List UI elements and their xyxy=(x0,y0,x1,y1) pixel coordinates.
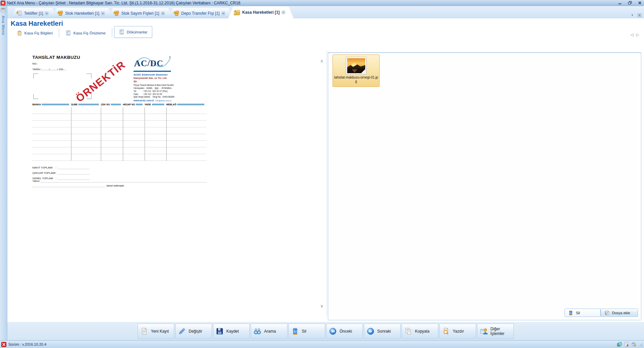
next-icon xyxy=(367,327,375,335)
table-row xyxy=(32,147,206,154)
colon: : xyxy=(56,171,56,175)
file-delete-button[interactable]: Sil xyxy=(565,309,601,317)
tab-close-icon[interactable] xyxy=(45,12,48,15)
subtab-bar: Kasa Fiş Bilgileri Kasa Fiş Önizleme Dök… xyxy=(7,26,152,38)
next-button[interactable]: Sonraki xyxy=(364,324,401,339)
tab-list-dropdown-icon[interactable]: ▼ xyxy=(631,14,634,17)
edit-button[interactable]: Değiştir xyxy=(175,324,212,339)
stock-boxes-warning-icon xyxy=(57,10,63,16)
add-file-button[interactable]: Dosya ekle xyxy=(601,309,638,317)
close-all-tabs-icon[interactable] xyxy=(638,13,641,17)
company-name-2: Danışmanlık San. ve Tic. Ltd. Şti. xyxy=(134,77,171,83)
tab-stok-hareketleri[interactable]: Stok Hareketleri [1] xyxy=(52,8,113,18)
tab-kasa-hareketleri[interactable]: Kasa Hareketleri [1] xyxy=(228,6,294,18)
subtab-scroll-left-icon[interactable]: ◁ xyxy=(631,32,634,37)
table-row xyxy=(32,114,206,121)
subtab-label: Kasa Fiş Bilgileri xyxy=(24,31,53,35)
address-line: Perpa Ticaret Merkezi A Blok Kat:8 No:85… xyxy=(134,84,171,87)
save-button[interactable]: Kaydet xyxy=(213,324,250,339)
subtab-scroll-right-icon[interactable]: ▷ xyxy=(636,32,639,37)
menu-window-icon[interactable] xyxy=(1,7,6,12)
button-label: Dosya ekle xyxy=(612,311,630,315)
subtab-separator xyxy=(59,28,59,37)
restore-button[interactable] xyxy=(628,1,632,5)
header-bar xyxy=(111,104,121,105)
tax-line: Şişli Vergi Dairesi Vergi No : 004015639… xyxy=(134,96,171,99)
corner-mark xyxy=(33,74,38,79)
table-row xyxy=(32,134,206,141)
status-bar: Sürüm : v.2016.10.20.4 xyxy=(0,340,644,348)
tab-close-icon[interactable] xyxy=(161,12,165,15)
print-button[interactable]: Yazdır xyxy=(439,324,476,339)
tab-close-icon[interactable] xyxy=(101,12,104,15)
tab-close-icon[interactable] xyxy=(222,12,225,15)
tab-stok-sayim-fisleri[interactable]: Stok Sayım Fişleri [1] xyxy=(108,8,173,18)
file-item-selected[interactable]: tahsilat-makbuzu-ornegi-01.jpg xyxy=(333,54,380,87)
search-binoculars-icon xyxy=(253,327,261,335)
tab-label: Stok Hareketleri [1] xyxy=(65,11,99,16)
subtab-kasa-fis-bilgileri[interactable]: Kasa Fiş Bilgileri xyxy=(13,28,57,38)
resize-grip-icon[interactable] xyxy=(639,342,643,346)
tel-line: Tel : +90 212 320 20 07 (Pbx) xyxy=(134,90,171,93)
subtab-label: Kasa Fiş Önizleme xyxy=(73,31,106,35)
amount-in-words-row: Yalnız xyxy=(32,180,206,183)
acdc-logo-block: AC/DC ® ACDC Elektronik Sistemler Danışm… xyxy=(134,55,171,103)
header-bar xyxy=(177,104,204,105)
document-preview-icon xyxy=(119,29,125,35)
document-warning-icon xyxy=(16,10,22,16)
tab-teklifler[interactable]: Teklifler [1] xyxy=(11,8,57,18)
cash-total-label: NAKİT TOPLAMI xyxy=(32,166,56,169)
ana-menu-strip-label[interactable]: Ana Menü xyxy=(1,16,5,35)
copy-button[interactable]: Kopyala xyxy=(402,324,438,339)
subtab-dokumanlar[interactable]: Dökümanlar xyxy=(114,26,152,38)
save-floppy-icon xyxy=(216,327,224,335)
netx-window: NetX Ana Menu - Çalışılan Şirket : Netad… xyxy=(0,0,644,348)
table-row xyxy=(32,107,206,114)
button-label: Kaydet xyxy=(226,329,239,334)
copy-icon xyxy=(404,327,412,335)
title-bar: NetX Ana Menu - Çalışılan Şirket : Netad… xyxy=(0,0,644,6)
stock-boxes-warning-icon xyxy=(173,10,179,16)
button-label: Diğer İşlemler xyxy=(490,327,513,336)
close-button[interactable] xyxy=(638,1,642,5)
delete-button[interactable]: Sil xyxy=(288,324,325,339)
button-label: Değiştir xyxy=(189,329,202,334)
stock-boxes-warning-icon xyxy=(113,10,119,16)
dotted-line xyxy=(58,166,89,169)
new-record-button[interactable]: Yeni Kayıt xyxy=(138,324,174,339)
previous-button[interactable]: Önceki xyxy=(326,324,363,339)
document-preview-icon xyxy=(65,30,71,36)
tahsilat-makbuzu-document: TAHSİLAT MAKBUZU NO.: TARİH :........../… xyxy=(12,50,326,316)
document-status-icon[interactable] xyxy=(624,342,629,347)
side-strip: Ana Menü xyxy=(0,6,7,340)
checks-total-label: ÇEKLER TOPLAMI xyxy=(32,171,56,175)
previous-icon xyxy=(329,327,337,335)
main-content: Kasa Hareketleri Kasa Fiş Bilgileri Kasa… xyxy=(7,18,644,322)
minimize-button[interactable] xyxy=(618,1,622,5)
collected-row: tahsil edilmiştir. xyxy=(32,184,133,187)
button-label: Sonraki xyxy=(377,329,391,334)
tab-bar: Teklifler [1] Stok Hareketleri [1] Stok … xyxy=(7,6,644,18)
delete-bin-icon xyxy=(291,327,299,335)
registered-mark: ® xyxy=(169,55,171,59)
website: www.acdc.com.tr xyxy=(134,99,154,103)
tab-label: Stok Sayım Fişleri [1] xyxy=(121,11,159,16)
search-button[interactable]: Arama xyxy=(251,324,287,339)
col-header: MEBLAĞ xyxy=(166,103,176,106)
tab-close-icon[interactable] xyxy=(282,11,285,14)
tab-depo-transfer-fisi[interactable]: Depo Transfer Fişi [1] xyxy=(168,8,234,18)
receipt-table xyxy=(32,107,206,161)
sync-coins-icon[interactable] xyxy=(631,342,636,347)
table-row xyxy=(32,141,206,147)
col-header: BANKA xyxy=(32,103,41,106)
header-bar xyxy=(42,104,69,105)
subtab-kasa-fis-onizleme[interactable]: Kasa Fiş Önizleme xyxy=(61,28,110,38)
other-operations-button[interactable]: Diğer İşlemler xyxy=(477,324,514,339)
header-bar xyxy=(78,104,99,105)
coins-warning-icon xyxy=(234,9,240,16)
tab-label: Teklifler [1] xyxy=(24,11,43,16)
panel-splitter[interactable] xyxy=(327,50,328,316)
layers-icon[interactable] xyxy=(617,342,622,347)
button-label: Yeni Kayıt xyxy=(151,329,169,334)
subtab-nav: ◁ ▷ xyxy=(631,32,639,37)
